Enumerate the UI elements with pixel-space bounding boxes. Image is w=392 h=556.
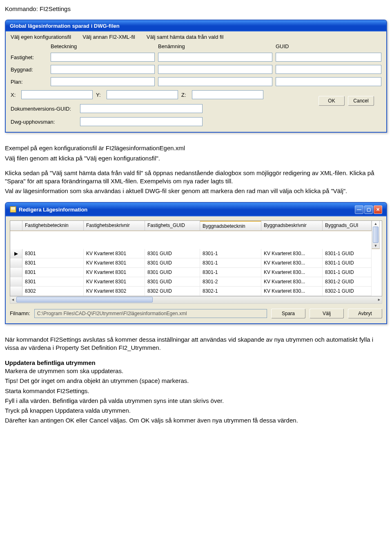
y-input[interactable]: [107, 90, 178, 99]
cell[interactable]: 8301 GUID: [145, 249, 200, 258]
ok-button[interactable]: OK: [318, 96, 345, 106]
col-fastighets-guid[interactable]: Fastighets_GUID: [145, 221, 200, 231]
doc-par-example3: Klicka sedan på "Välj samt hämta data fr…: [5, 169, 387, 186]
doc-par-example2: Välj filen genom att klicka på "Välj ege…: [5, 154, 387, 162]
menu-valj-annan[interactable]: Välj annan FI2-XML-fil: [82, 34, 135, 40]
vertical-scrollbar[interactable]: ▲ ▼: [372, 221, 380, 249]
col-byggnadsbeskrivning[interactable]: Byggnadsbeskrivnir: [261, 221, 323, 231]
cell[interactable]: 8302 GUID: [145, 287, 200, 296]
scroll-up-icon[interactable]: ▲: [374, 221, 378, 227]
doc-u4: Fyll i alla värden. Befintliga värden på…: [5, 397, 387, 405]
cell[interactable]: KV Kvarteret 830...: [261, 277, 323, 287]
menu-valj-hamta[interactable]: Välj samt hämta data från vald fil: [147, 34, 224, 40]
col-fastighetsbeteckning[interactable]: Fastighetsbetecknin: [22, 221, 84, 231]
avbryt-button[interactable]: Avbryt: [348, 309, 382, 318]
cell[interactable]: 8301: [22, 277, 84, 287]
cell[interactable]: KV Kvarteret 8301: [84, 258, 145, 268]
data-grid[interactable]: Fastighetsbetecknin Fastighetsbeskrivnir…: [10, 220, 382, 296]
plan-guid-input[interactable]: [276, 77, 381, 86]
svg-rect-2: [11, 209, 15, 209]
cell[interactable]: 8301-1 GUID: [323, 249, 372, 258]
header-beteckning: Beteckning: [51, 43, 155, 49]
scroll-right-icon[interactable]: ►: [377, 298, 381, 302]
window-controls: — ▢ ✕: [355, 205, 382, 214]
col-byggnadsbeteckning[interactable]: Byggnadsbetecknin: [200, 221, 261, 231]
menu-valj-egen[interactable]: Välj egen konfigurationsfil: [11, 34, 71, 40]
cancel-button[interactable]: Cancel: [348, 96, 374, 106]
close-button[interactable]: ✕: [374, 205, 382, 214]
cell[interactable]: 8301: [22, 268, 84, 277]
table-row[interactable]: 8301KV Kvarteret 83018301 GUID8301-2KV K…: [10, 277, 382, 287]
hscroll-thumb[interactable]: [16, 297, 153, 302]
col-fastighetsbeskrivning[interactable]: Fastighetsbeskrivnir: [84, 221, 145, 231]
titlebar-2: Redigera Lägesinformation — ▢ ✕: [6, 203, 386, 216]
dialog-global-lagesinformation: Global lägesinformation sparad i DWG-fil…: [5, 20, 387, 133]
cell[interactable]: 8301 GUID: [145, 268, 200, 277]
fastighet-beteckning-input[interactable]: [51, 53, 155, 62]
byggnad-beteckning-input[interactable]: [51, 65, 155, 74]
docguid-input[interactable]: [80, 104, 203, 113]
cell[interactable]: 8301: [22, 258, 84, 268]
table-row[interactable]: 8301KV Kvarteret 83018301 GUID8301-1KV K…: [10, 258, 382, 268]
cell[interactable]: 8302-1: [200, 287, 261, 296]
cell[interactable]: 8301-1: [200, 258, 261, 268]
cell[interactable]: 8301: [22, 249, 84, 258]
maximize-button[interactable]: ▢: [364, 205, 373, 214]
plan-benamning-input[interactable]: [158, 77, 272, 86]
dialog-title: Global lägesinformation sparad i DWG-fil…: [10, 23, 120, 29]
horizontal-scrollbar[interactable]: ◄ ►: [10, 296, 382, 304]
grid-header-row: Fastighetsbetecknin Fastighetsbeskrivnir…: [10, 221, 382, 249]
z-input[interactable]: [192, 90, 263, 99]
byggnad-benamning-input[interactable]: [158, 65, 272, 74]
scroll-down-icon[interactable]: ▼: [374, 243, 378, 249]
cell[interactable]: 8301-1: [200, 268, 261, 277]
row-header: [10, 268, 22, 277]
cell[interactable]: 8301-1 GUID: [323, 268, 372, 277]
cell[interactable]: KV Kvarteret 830...: [261, 258, 323, 268]
cell[interactable]: KV Kvarteret 830...: [261, 268, 323, 277]
table-row[interactable]: 8301KV Kvarteret 83018301 GUID8301-1KV K…: [10, 268, 382, 277]
label-y: Y:: [96, 92, 103, 98]
x-input[interactable]: [21, 90, 93, 99]
cell[interactable]: 8301-1: [200, 249, 261, 258]
cell[interactable]: 8301-2: [200, 277, 261, 287]
minimize-button[interactable]: —: [355, 205, 363, 214]
byggnad-guid-input[interactable]: [276, 65, 381, 74]
table-row[interactable]: 8302KV Kvarteret 83028302 GUID8302-1KV K…: [10, 287, 382, 296]
label-plan: Plan:: [11, 79, 47, 85]
filnamn-field[interactable]: [34, 309, 267, 318]
app-icon: [10, 206, 16, 213]
row-header: [10, 258, 22, 268]
cell[interactable]: 8302: [22, 287, 84, 296]
scroll-thumb[interactable]: [373, 227, 379, 243]
doc-u1: Markera de utrymmen som ska uppdateras.: [5, 367, 387, 375]
svg-rect-1: [11, 207, 15, 208]
label-z: Z:: [181, 92, 189, 98]
doc-u5: Tryck på knappen Uppdatera valda utrymme…: [5, 407, 387, 415]
cell[interactable]: KV Kvarteret 8301: [84, 268, 145, 277]
col-byggnads-guid[interactable]: Byggnads_GUI: [323, 221, 372, 231]
doc-u2: Tips! Det gör inget om andra objekt än u…: [5, 377, 387, 385]
cell[interactable]: KV Kvarteret 8301: [84, 249, 145, 258]
fastighet-benamning-input[interactable]: [158, 53, 272, 62]
cell[interactable]: KV Kvarteret 8301: [84, 277, 145, 287]
cell[interactable]: 8301-1 GUID: [323, 258, 372, 268]
cell[interactable]: KV Kvarteret 8302: [84, 287, 145, 296]
cell[interactable]: 8301-2 GUID: [323, 277, 372, 287]
valj-button[interactable]: Välj: [310, 309, 344, 318]
label-fastighet: Fastighet:: [11, 54, 47, 60]
cell[interactable]: KV Kvarteret 830...: [261, 249, 323, 258]
plan-beteckning-input[interactable]: [51, 77, 155, 86]
cell[interactable]: 8302-1 GUID: [323, 287, 372, 296]
label-docguid: Dokumentversions-GUID:: [11, 106, 80, 112]
cell[interactable]: 8301 GUID: [145, 277, 200, 287]
cell[interactable]: 8301 GUID: [145, 258, 200, 268]
author-input[interactable]: [80, 117, 203, 126]
scroll-left-icon[interactable]: ◄: [11, 298, 15, 302]
table-row[interactable]: ▶8301KV Kvarteret 83018301 GUID8301-1KV …: [10, 249, 382, 258]
cell[interactable]: KV Kvarteret 830...: [261, 287, 323, 296]
spara-button[interactable]: Spara: [271, 309, 305, 318]
label-byggnad: Byggnad:: [11, 67, 47, 73]
titlebar: Global lägesinformation sparad i DWG-fil…: [6, 20, 386, 31]
fastighet-guid-input[interactable]: [276, 53, 381, 62]
